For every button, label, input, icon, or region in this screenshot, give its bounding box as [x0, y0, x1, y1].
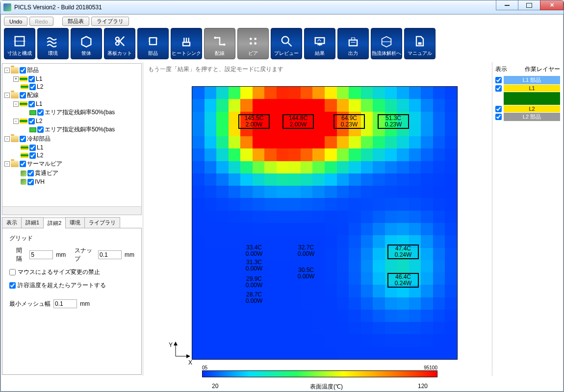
- window-maximize-button[interactable]: [518, 0, 540, 10]
- ribbon-label-9: 結果: [315, 50, 325, 57]
- tree-node-13[interactable]: IVH: [3, 178, 140, 186]
- tree-checkbox[interactable]: [20, 67, 26, 74]
- expand-icon[interactable]: -: [4, 161, 10, 167]
- tree-checkbox[interactable]: [29, 152, 36, 159]
- mesh-input[interactable]: [53, 299, 77, 308]
- result-canvas[interactable]: もう一度「結果」を押すと、設定モードに戻ります 145.5C2.00W144.8…: [143, 62, 492, 376]
- component-chip-10[interactable]: 29.9C0.00W: [238, 276, 270, 289]
- svg-rect-22: [315, 38, 325, 44]
- tree-checkbox[interactable]: [28, 118, 35, 124]
- window-minimize-button[interactable]: [496, 0, 518, 10]
- tab-4[interactable]: ライブラリ: [84, 217, 120, 228]
- ribbon-label-3: 基板カット: [107, 50, 132, 57]
- tree-node-10[interactable]: L2: [3, 151, 140, 159]
- layer-checkbox[interactable]: [495, 106, 502, 112]
- tree-node-7[interactable]: エリア指定残銅率50%(bas: [3, 125, 140, 134]
- ribbon-icon-3: [111, 34, 128, 48]
- layer-checkbox[interactable]: [495, 114, 502, 120]
- ribbon-4[interactable]: 部品: [137, 28, 169, 59]
- expand-icon[interactable]: -: [4, 68, 10, 73]
- tab-3[interactable]: 環境: [65, 217, 85, 228]
- tab-0[interactable]: 表示: [2, 217, 22, 228]
- component-chip-9[interactable]: 46.4C0.24W: [387, 273, 419, 288]
- component-chip-8[interactable]: 30.5C0.00W: [290, 267, 322, 280]
- layer-row-3[interactable]: L2: [495, 105, 560, 112]
- expand-icon[interactable]: -: [13, 119, 19, 124]
- snap-input[interactable]: [98, 250, 122, 259]
- tree-checkbox[interactable]: [20, 92, 26, 98]
- window-close-button[interactable]: [540, 0, 564, 10]
- layer-row-2[interactable]: [495, 92, 560, 105]
- expand-icon[interactable]: -: [13, 101, 19, 107]
- component-chip-0[interactable]: 145.5C2.00W: [238, 114, 270, 129]
- component-chip-5[interactable]: 32.7C0.00W: [290, 245, 322, 257]
- library-button[interactable]: ライブラリ: [91, 17, 129, 26]
- tree-node-0[interactable]: -部品: [3, 66, 140, 75]
- ribbon-10[interactable]: 出力: [337, 28, 369, 59]
- expand-icon[interactable]: -: [4, 93, 10, 98]
- component-chip-6[interactable]: 47.4C0.24W: [387, 245, 419, 259]
- ribbon-6[interactable]: 配線: [204, 28, 235, 59]
- parts-table-button[interactable]: 部品表: [62, 17, 89, 26]
- tree-node-9[interactable]: L1: [3, 144, 140, 151]
- tree-label: L1: [37, 144, 43, 151]
- canvas-hint: もう一度「結果」を押すと、設定モードに戻ります: [148, 65, 283, 74]
- ribbon-7[interactable]: ビア: [237, 28, 269, 59]
- layer-row-0[interactable]: L1 部品: [495, 76, 560, 84]
- ribbon-0[interactable]: 寸法と構成: [4, 28, 35, 59]
- tree-checkbox[interactable]: [27, 179, 34, 185]
- component-chip-7[interactable]: 31.3C0.00W: [238, 259, 270, 272]
- redo-button[interactable]: Redo: [29, 17, 53, 26]
- spacing-input[interactable]: [29, 250, 53, 259]
- tree-node-11[interactable]: -サーマルビア: [3, 159, 140, 169]
- ribbon-3[interactable]: 基板カット: [104, 28, 135, 59]
- tree-node-12[interactable]: 貫通ビア: [3, 169, 140, 178]
- layer-checkbox[interactable]: [495, 85, 502, 92]
- ribbon-icon-0: [11, 34, 28, 48]
- ribbon-11[interactable]: 熱流体解析へ: [371, 28, 402, 59]
- tree-checkbox[interactable]: [28, 76, 35, 82]
- tab-1[interactable]: 詳細1: [21, 217, 44, 228]
- expand-icon[interactable]: +: [13, 76, 19, 82]
- temp-alert-checkbox[interactable]: [9, 282, 16, 289]
- tree-node-3[interactable]: -配線: [3, 91, 140, 100]
- object-tree[interactable]: -部品+L1L2-配線-L1エリア指定残銅率50%(bas-L2エリア指定残銅率…: [2, 63, 142, 215]
- ribbon-5[interactable]: ヒートシンク: [171, 28, 202, 59]
- tree-node-6[interactable]: -L2: [3, 117, 140, 125]
- tree-checkbox[interactable]: [20, 136, 26, 142]
- tree-checkbox[interactable]: [29, 84, 36, 90]
- spacing-label: 間隔: [16, 246, 26, 263]
- tree-node-8[interactable]: -冷却部品: [3, 134, 140, 144]
- tree-node-2[interactable]: L2: [3, 83, 140, 91]
- component-chip-1[interactable]: 144.8C2.00W: [282, 114, 314, 129]
- tree-checkbox[interactable]: [28, 101, 35, 107]
- chip-power: 2.00W: [240, 122, 268, 128]
- ribbon-1[interactable]: 環境: [37, 28, 69, 59]
- undo-button[interactable]: Undo: [4, 17, 27, 26]
- component-chip-2[interactable]: 64.9C0.23W: [333, 114, 365, 129]
- tree-checkbox[interactable]: [37, 126, 44, 133]
- temp-alert-label: 許容温度を超えたらアラートする: [18, 281, 106, 290]
- layer-row-4[interactable]: L2 部品: [495, 113, 560, 121]
- ribbon-9[interactable]: 結果: [304, 28, 335, 59]
- tree-node-5[interactable]: エリア指定残銅率50%(bas: [3, 108, 140, 117]
- layer-checkbox[interactable]: [495, 77, 502, 83]
- component-chip-4[interactable]: 33.4C0.00W: [238, 245, 270, 257]
- ribbon-label-7: ビア: [248, 50, 258, 57]
- component-chip-3[interactable]: 51.3C0.23W: [378, 114, 409, 129]
- tree-node-1[interactable]: +L1: [3, 75, 140, 83]
- folder-icon: [11, 92, 19, 98]
- mouse-resize-checkbox[interactable]: [9, 269, 16, 275]
- tree-node-4[interactable]: -L1: [3, 100, 140, 108]
- tree-checkbox[interactable]: [27, 170, 34, 176]
- layer-row-1[interactable]: L1: [495, 85, 560, 92]
- tree-checkbox[interactable]: [37, 109, 44, 116]
- ribbon-8[interactable]: プレビュー: [271, 28, 302, 59]
- ribbon-2[interactable]: 筐体: [71, 28, 102, 59]
- ribbon-12[interactable]: マニュアル: [404, 28, 436, 59]
- tree-checkbox[interactable]: [20, 161, 26, 167]
- tab-2[interactable]: 詳細2: [43, 218, 66, 228]
- tree-checkbox[interactable]: [29, 145, 36, 151]
- expand-icon[interactable]: -: [4, 136, 10, 142]
- component-chip-11[interactable]: 28.7C0.00W: [238, 292, 270, 304]
